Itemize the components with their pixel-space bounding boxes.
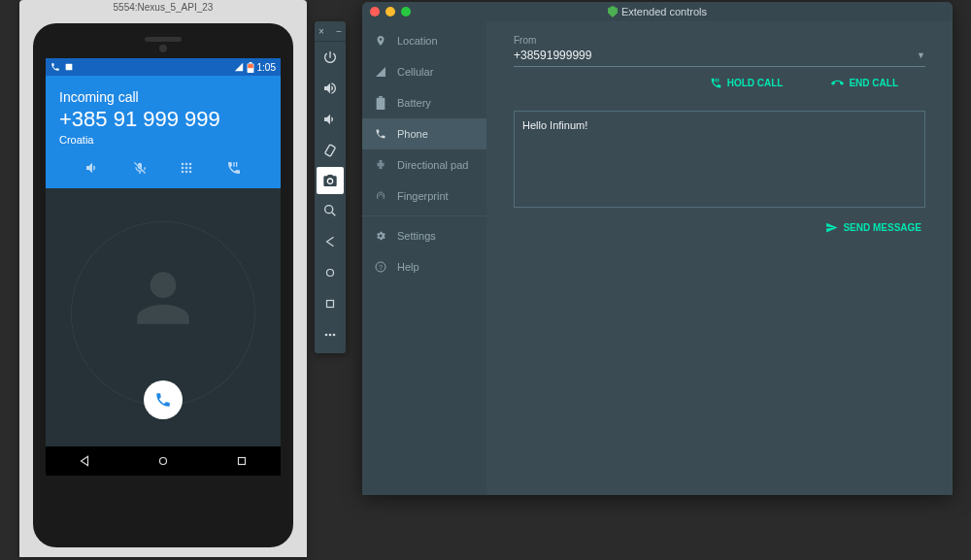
pin-icon (374, 35, 387, 47)
statusbar-time: 1:05 (257, 62, 276, 73)
nav-back[interactable] (78, 454, 91, 468)
emulator-title: 5554:Nexus_5_API_23 (19, 0, 307, 16)
extended-sidebar: Location Cellular Battery Phone Directio… (362, 21, 486, 495)
svg-rect-14 (238, 458, 245, 465)
battery-icon (247, 62, 254, 73)
svg-point-4 (182, 163, 184, 166)
call-body (46, 188, 281, 448)
send-message-button[interactable]: SEND MESSAGE (825, 221, 921, 234)
svg-rect-23 (377, 98, 385, 110)
fingerprint-icon (374, 190, 387, 202)
end-call-label: END CALL (849, 78, 898, 88)
incoming-call-panel: Incoming call +385 91 999 999 Croatia (46, 76, 281, 188)
nav-recent[interactable] (235, 454, 249, 468)
sidebar-item-fingerprint[interactable]: Fingerprint (362, 181, 486, 212)
sidebar-item-battery[interactable]: Battery (362, 87, 486, 118)
signal-icon (374, 66, 387, 78)
phone-panel: From +38591999999 ▼ HOLD CALL END CALL (486, 21, 953, 495)
from-label: From (514, 35, 925, 46)
extended-controls-window: Extended controls Location Cellular Batt… (362, 2, 953, 495)
sidebar-item-label: Directional pad (397, 159, 468, 171)
call-number: +385 91 999 999 (59, 107, 267, 132)
help-icon: ? (374, 261, 387, 273)
svg-point-9 (189, 167, 192, 170)
window-zoom-icon[interactable] (401, 7, 411, 16)
toolbar-more-icon[interactable] (315, 319, 346, 350)
svg-rect-2 (249, 62, 251, 63)
answer-button[interactable] (144, 380, 183, 419)
dialpad-icon[interactable] (178, 159, 195, 177)
call-country: Croatia (59, 134, 267, 146)
toolbar-camera-icon[interactable] (317, 167, 344, 194)
toolbar-overview-icon[interactable] (315, 288, 346, 319)
sidebar-item-settings[interactable]: Settings (362, 220, 486, 251)
hold-icon[interactable] (225, 159, 243, 177)
phone-status-icon (50, 62, 60, 72)
svg-rect-3 (248, 64, 253, 68)
from-value: +38591999999 (514, 49, 591, 62)
sidebar-item-label: Help (397, 261, 419, 273)
battery-icon (374, 96, 387, 110)
svg-point-8 (185, 167, 188, 170)
svg-rect-0 (66, 64, 73, 71)
sidebar-item-cellular[interactable]: Cellular (362, 56, 486, 87)
window-minimize-icon[interactable] (385, 7, 395, 16)
hold-call-label: HOLD CALL (727, 78, 784, 88)
android-statusbar: 1:05 (46, 58, 281, 76)
extended-titlebar[interactable]: Extended controls (362, 2, 953, 21)
sidebar-item-help[interactable]: ? Help (362, 251, 486, 282)
svg-rect-24 (379, 96, 383, 98)
svg-point-16 (325, 206, 333, 214)
svg-point-10 (182, 171, 184, 174)
extended-title: Extended controls (621, 6, 707, 17)
sidebar-item-phone[interactable]: Phone (362, 118, 486, 149)
chevron-down-icon[interactable]: ▼ (917, 50, 925, 60)
message-textarea[interactable] (514, 111, 925, 208)
speaker-icon[interactable] (84, 159, 101, 177)
toolbar-volume-down-icon[interactable] (315, 104, 346, 135)
svg-point-20 (325, 334, 328, 337)
toolbar-back-icon[interactable] (315, 226, 346, 257)
svg-point-22 (333, 334, 336, 337)
sidebar-item-label: Cellular (397, 66, 433, 78)
window-close-icon[interactable] (370, 7, 380, 16)
phone-icon (374, 128, 387, 140)
card-status-icon (64, 62, 74, 72)
svg-point-21 (329, 334, 332, 337)
toolbar-home-icon[interactable] (315, 257, 346, 288)
end-call-button[interactable]: END CALL (831, 77, 898, 89)
shield-icon (608, 6, 618, 17)
mute-icon[interactable] (131, 159, 149, 177)
sidebar-item-dpad[interactable]: Directional pad (362, 149, 486, 181)
nav-home[interactable] (156, 454, 170, 468)
sidebar-item-label: Fingerprint (397, 190, 449, 202)
device-screen[interactable]: 1:05 Incoming call +385 91 999 999 Croat… (46, 58, 281, 476)
svg-line-17 (332, 213, 335, 215)
avatar-silhouette (124, 254, 202, 342)
svg-point-5 (185, 163, 188, 166)
svg-point-12 (189, 171, 192, 174)
sidebar-item-label: Location (397, 35, 438, 47)
toolbar-minimize-icon[interactable]: − (336, 26, 342, 37)
signal-icon (234, 62, 244, 72)
sidebar-item-location[interactable]: Location (362, 25, 486, 56)
svg-rect-19 (327, 301, 334, 308)
from-input[interactable]: +38591999999 ▼ (514, 46, 925, 67)
call-title: Incoming call (59, 89, 267, 105)
svg-point-11 (185, 171, 188, 174)
gear-icon (374, 230, 387, 242)
toolbar-power-icon[interactable] (315, 42, 346, 73)
sidebar-divider (362, 215, 486, 216)
toolbar-zoom-icon[interactable] (315, 195, 346, 226)
android-navbar (46, 446, 281, 476)
device-camera (159, 45, 167, 52)
hold-call-button[interactable]: HOLD CALL (710, 77, 784, 89)
svg-point-18 (327, 270, 334, 277)
dpad-icon (374, 159, 387, 171)
emulator-window: 5554:Nexus_5_API_23 1:05 Incoming call +… (19, 0, 307, 557)
toolbar-close-icon[interactable]: × (318, 26, 324, 37)
svg-text:?: ? (379, 264, 383, 271)
toolbar-volume-up-icon[interactable] (315, 73, 346, 104)
toolbar-rotate-icon[interactable] (315, 135, 346, 166)
sidebar-item-label: Phone (397, 128, 428, 140)
